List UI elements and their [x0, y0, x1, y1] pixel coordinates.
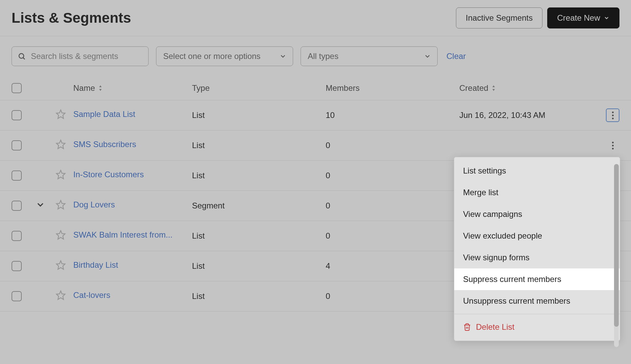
row-type: Segment [192, 201, 326, 210]
svg-marker-2 [99, 85, 101, 87]
dropdown-item[interactable]: List settings [454, 160, 620, 182]
row-members: 0 [326, 291, 459, 301]
create-new-label: Create New [557, 13, 600, 23]
svg-marker-8 [57, 170, 65, 179]
table-row: SMS Subscribers List 0 [0, 130, 631, 161]
row-type: List [192, 261, 326, 271]
svg-marker-9 [57, 201, 65, 209]
row-checkbox[interactable] [12, 201, 22, 211]
favorite-star-icon[interactable] [56, 169, 66, 180]
row-members: 0 [326, 171, 459, 180]
page-title: Lists & Segments [12, 10, 131, 26]
dropdown-scroll-thumb[interactable] [614, 164, 619, 327]
search-icon [18, 52, 26, 60]
row-members: 0 [326, 201, 459, 210]
create-new-button[interactable]: Create New [547, 7, 619, 28]
column-header-members: Members [326, 83, 459, 93]
search-wrap [12, 46, 149, 66]
list-name-link[interactable]: Sample Data List [73, 109, 135, 119]
dropdown-scrollbar[interactable] [614, 164, 619, 347]
dropdown-item[interactable]: View excluded people [454, 225, 620, 247]
row-actions-dropdown: List settingsMerge listView campaignsVie… [454, 157, 620, 341]
row-members: 0 [326, 141, 459, 150]
row-members: 0 [326, 231, 459, 241]
row-type: List [192, 291, 326, 301]
list-name-link[interactable]: In-Store Customers [73, 170, 144, 179]
favorite-star-icon[interactable] [56, 260, 66, 270]
row-members: 4 [326, 261, 459, 271]
page-header: Lists & Segments Inactive Segments Creat… [0, 0, 631, 36]
svg-marker-11 [57, 261, 65, 269]
favorite-star-icon[interactable] [56, 290, 66, 300]
svg-point-0 [19, 54, 24, 58]
inactive-segments-button[interactable]: Inactive Segments [456, 7, 542, 28]
svg-marker-6 [57, 110, 65, 119]
dropdown-item[interactable]: View campaigns [454, 203, 620, 225]
sort-icon [491, 85, 496, 92]
list-name-link[interactable]: Birthday List [73, 260, 118, 270]
row-actions-button[interactable] [606, 108, 619, 122]
inactive-segments-label: Inactive Segments [466, 13, 533, 23]
column-header-type: Type [192, 83, 326, 93]
sort-icon [98, 85, 103, 92]
tags-select[interactable]: Select one or more options [156, 46, 293, 66]
chevron-down-icon [279, 53, 287, 60]
delete-list-item[interactable]: Delete List [454, 316, 620, 338]
row-type: List [192, 110, 326, 120]
list-name-link[interactable]: Dog Lovers [73, 200, 115, 209]
select-all-checkbox[interactable] [12, 83, 22, 93]
svg-marker-3 [99, 89, 101, 91]
row-checkbox[interactable] [12, 170, 22, 181]
clear-filters-link[interactable]: Clear [446, 52, 466, 61]
favorite-star-icon[interactable] [56, 230, 66, 240]
header-buttons: Inactive Segments Create New [456, 7, 619, 28]
tags-select-label: Select one or more options [163, 52, 261, 61]
svg-marker-7 [57, 140, 65, 149]
svg-marker-12 [57, 291, 65, 300]
trash-icon [463, 323, 471, 331]
row-type: List [192, 171, 326, 180]
name-header-label: Name [73, 83, 95, 93]
svg-marker-10 [57, 231, 65, 239]
favorite-star-icon[interactable] [56, 109, 66, 119]
row-type: List [192, 141, 326, 150]
table-row: Sample Data List List 10 Jun 16, 2022, 1… [0, 100, 631, 130]
row-type: List [192, 231, 326, 241]
table-header: Name Type Members Created [0, 76, 631, 100]
filters-bar: Select one or more options All types Cle… [0, 36, 631, 76]
search-input[interactable] [12, 46, 149, 66]
row-checkbox[interactable] [12, 291, 22, 301]
favorite-star-icon[interactable] [56, 139, 66, 149]
dropdown-item[interactable]: Merge list [454, 182, 620, 203]
column-header-created[interactable]: Created [459, 83, 595, 93]
row-created: Jun 16, 2022, 10:43 AM [459, 110, 595, 120]
row-checkbox[interactable] [12, 261, 22, 271]
svg-marker-5 [493, 89, 495, 91]
dropdown-item[interactable]: Suppress current members [454, 268, 620, 290]
favorite-star-icon[interactable] [56, 200, 66, 210]
list-name-link[interactable]: SMS Subscribers [73, 140, 136, 149]
svg-marker-4 [493, 85, 495, 87]
chevron-down-icon [604, 15, 610, 21]
created-header-label: Created [459, 83, 488, 93]
row-actions-button[interactable] [606, 139, 619, 152]
column-header-name[interactable]: Name [73, 83, 192, 93]
list-name-link[interactable]: SWAK Balm Interest from... [73, 230, 173, 240]
types-select-label: All types [308, 52, 339, 61]
types-select[interactable]: All types [301, 46, 438, 66]
delete-list-label: Delete List [476, 322, 514, 332]
more-vertical-icon [612, 112, 614, 119]
dropdown-item[interactable]: View signup forms [454, 247, 620, 268]
chevron-down-icon [424, 53, 431, 60]
row-checkbox[interactable] [12, 231, 22, 241]
more-vertical-icon [612, 142, 614, 149]
expand-chevron-icon[interactable] [35, 200, 45, 210]
list-name-link[interactable]: Cat-lovers [73, 290, 110, 300]
row-checkbox[interactable] [12, 110, 22, 120]
row-members: 10 [326, 110, 459, 120]
row-checkbox[interactable] [12, 140, 22, 150]
dropdown-separator [454, 314, 620, 314]
type-header-label: Type [192, 83, 210, 93]
dropdown-item[interactable]: Unsuppress current members [454, 290, 620, 312]
members-header-label: Members [326, 83, 360, 93]
